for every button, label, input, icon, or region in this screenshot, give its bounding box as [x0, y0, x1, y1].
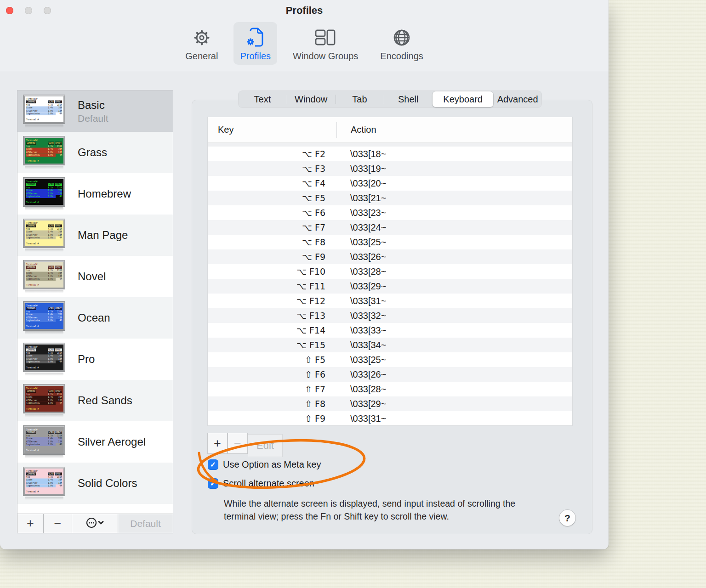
help-button[interactable]: ? [559, 510, 575, 526]
table-row[interactable]: ⌥ F10 \033[28~ [208, 264, 572, 279]
default-profile-button[interactable]: Default [118, 514, 173, 533]
column-header-action[interactable]: Action [336, 122, 572, 138]
settings-tab[interactable]: Advanced [493, 90, 542, 108]
action-cell: \033[21~ [336, 193, 572, 204]
terminal-preview-title: Terminal# [26, 469, 62, 473]
terminal-preview-row: top 4.1% 231K [26, 227, 62, 231]
table-row[interactable]: ⇧ F8 \033[29~ [208, 396, 572, 411]
profile-list-item[interactable]: Terminal# COMMAND %CPU RPRVT [17, 463, 173, 504]
toolbar-item-general[interactable]: General [179, 22, 224, 65]
column-header-key[interactable]: Key [208, 124, 336, 135]
action-cell: \033[25~ [336, 237, 572, 248]
table-row[interactable]: ⇧ F7 \033[28~ [208, 382, 572, 396]
action-cell: \033[20~ [336, 178, 572, 189]
profile-list-item[interactable]: Terminal# COMMAND %CPU RPRVT [17, 256, 173, 297]
terminal-preview-rows: top 4.1% 231K Xcode 1.4% 78M [26, 103, 62, 115]
action-cell: \033[28~ [336, 266, 572, 277]
table-row[interactable]: ⇧ F5 \033[25~ [208, 352, 572, 367]
profile-list-item[interactable]: Terminal# COMMAND %CPU RPRVT [17, 90, 173, 132]
key-cell: ⇧ F8 [208, 399, 336, 409]
remove-profile-button[interactable]: − [44, 514, 72, 533]
settings-tab[interactable]: Shell [384, 90, 433, 108]
table-row[interactable]: ⇧ F6 \033[26~ [208, 367, 572, 382]
key-cell: ⇧ F9 [208, 413, 336, 424]
profile-thumbnail: Terminal# COMMAND %CPU RPRVT [23, 136, 66, 169]
table-row[interactable]: ⌥ F11 \033[29~ [208, 279, 572, 294]
terminal-preview-row: loginwindow 0.0% 4M [26, 443, 62, 446]
table-row[interactable]: ⌥ F5 \033[21~ [208, 191, 572, 205]
action-cell: \033[26~ [336, 369, 572, 380]
profile-list-item[interactable]: Terminal# COMMAND %CPU RPRVT [17, 380, 173, 421]
toolbar-item-encodings[interactable]: Encodings [374, 22, 429, 65]
profile-name: Silver Aerogel [78, 435, 146, 448]
table-row[interactable]: ⌥ F14 \033[33~ [208, 323, 572, 338]
more-options-button[interactable] [72, 514, 118, 533]
toolbar-item-profiles[interactable]: Profiles [233, 22, 277, 65]
terminal-preview-prompt: Terminal # [26, 490, 62, 493]
action-cell: \033[29~ [336, 281, 572, 292]
profile-name: Ocean [78, 311, 110, 324]
table-row[interactable]: ⌥ F13 \033[32~ [208, 308, 572, 323]
terminal-preview-row: Xcode 1.4% 78M [26, 147, 62, 151]
thumbnail-reflection [25, 331, 63, 334]
profile-list-item[interactable]: Terminal# COMMAND %CPU RPRVT [17, 215, 173, 256]
use-option-as-meta-checkbox[interactable]: ✓ [208, 459, 218, 470]
terminal-preview-header: COMMAND %CPU RPRVT [26, 348, 62, 351]
key-cell: ⇧ F7 [208, 384, 336, 394]
table-row[interactable]: ⇧ F9 \033[31~ [208, 411, 572, 426]
settings-tab-bar: Text Window Tab Shell Keyboard Advanced [238, 90, 542, 108]
settings-tab[interactable]: Window [287, 90, 336, 108]
settings-tab[interactable]: Tab [336, 90, 384, 108]
terminal-preview-row: Xcode 1.4% 78M [26, 271, 62, 275]
table-row[interactable]: ⌥ F3 \033[19~ [208, 161, 572, 176]
terminal-preview-row: ATSServer 0.0% 13M [26, 440, 62, 443]
table-row[interactable]: ⌥ F8 \033[25~ [208, 235, 572, 249]
remove-key-button[interactable]: − [228, 433, 248, 454]
add-key-button[interactable]: + [207, 433, 228, 454]
terminal-preview-prompt: Terminal # [26, 325, 62, 328]
table-row[interactable]: ⌥ F4 \033[20~ [208, 176, 572, 191]
terminal-preview-row: top 4.1% 231K [26, 269, 62, 272]
key-cell: ⌥ F13 [208, 311, 336, 321]
scroll-alternate-screen-checkbox[interactable]: ✓ [208, 478, 218, 489]
profile-list-item[interactable]: Terminal# COMMAND %CPU RPRVT [17, 132, 173, 173]
table-row[interactable]: ⌥ F6 \033[23~ [208, 205, 572, 220]
profile-list-item[interactable]: Terminal# COMMAND %CPU RPRVT [17, 339, 173, 380]
profile-list-item[interactable]: Terminal# COMMAND %CPU RPRVT [17, 173, 173, 215]
settings-tab[interactable]: Text [238, 90, 287, 108]
terminal-preview-title: Terminal# [26, 263, 62, 266]
checkmark-icon: ✓ [210, 479, 216, 488]
use-option-as-meta-checkbox-row: ✓ Use Option as Meta key [208, 458, 321, 470]
edit-key-button[interactable]: Edit [248, 434, 283, 457]
terminal-preview-row: top 4.1% 231K [26, 310, 62, 313]
terminal-preview-header: COMMAND %CPU RPRVT [26, 431, 62, 434]
terminal-preview-row: ATSServer 0.0% 13M [26, 192, 62, 195]
table-row[interactable]: ⌥ F7 \033[24~ [208, 220, 572, 235]
profile-name: Pro [78, 353, 95, 366]
checkmark-icon: ✓ [210, 460, 216, 469]
key-cell: ⌥ F14 [208, 325, 336, 335]
action-cell: \033[23~ [336, 208, 572, 218]
terminal-preview-title: Terminal# [26, 97, 62, 101]
terminal-preview-row: top 4.1% 231K [26, 186, 62, 189]
table-row[interactable]: ⌥ F2 \033[18~ [208, 147, 572, 161]
table-row[interactable]: ⌥ F15 \033[34~ [208, 338, 572, 352]
key-cell: ⇧ F6 [208, 369, 336, 379]
settings-tab[interactable]: Keyboard [433, 91, 493, 107]
terminal-preview-title: Terminal# [26, 221, 62, 225]
terminal-preview-rows: top 4.1% 231K Xcode 1.4% 78M [26, 310, 62, 322]
table-row[interactable]: ⌥ F9 \033[26~ [208, 249, 572, 264]
terminal-preview-header: COMMAND %CPU RPRVT [26, 224, 62, 227]
thumbnail-reflection [25, 455, 63, 458]
terminal-preview-prompt: Terminal # [26, 159, 62, 163]
toolbar-item-window-groups[interactable]: Window Groups [286, 22, 364, 65]
document-gear-icon [246, 26, 265, 50]
profile-list-item[interactable]: Terminal# COMMAND %CPU RPRVT [17, 297, 173, 339]
profile-thumbnail: Terminal# COMMAND %CPU RPRVT [23, 219, 66, 252]
terminal-preview-row: loginwindow 0.0% 4M [26, 360, 62, 363]
key-cell: ⌥ F9 [208, 252, 336, 262]
add-profile-button[interactable]: + [17, 514, 44, 533]
key-cell: ⌥ F15 [208, 340, 336, 350]
profile-list-item[interactable]: Terminal# COMMAND %CPU RPRVT [17, 421, 173, 463]
table-row[interactable]: ⌥ F12 \033[31~ [208, 294, 572, 308]
